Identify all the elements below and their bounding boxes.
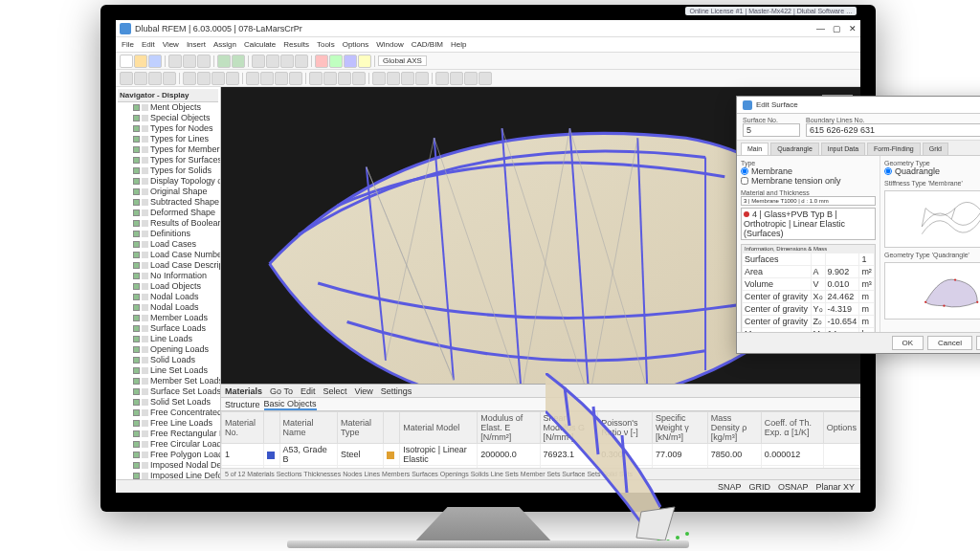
tb2-icon[interactable] — [464, 72, 478, 85]
tb-pan-icon[interactable] — [280, 55, 294, 68]
thickness-select[interactable]: 3 | Membrane T1000 | d : 1.0 mm — [741, 196, 876, 206]
tree-item[interactable]: Load Case Numbers — [118, 250, 218, 260]
menu-options[interactable]: Options — [343, 40, 369, 49]
tree-item[interactable]: Free Concentrated Loads — [118, 408, 218, 418]
tb-undo-icon[interactable] — [217, 55, 231, 68]
tree-item[interactable]: Load Objects — [118, 281, 218, 292]
tree-item[interactable]: Line Loads — [118, 334, 218, 344]
material-select[interactable]: 4 | Glass+PVB Typ B | Orthotropic | Line… — [741, 208, 876, 240]
tb-new-icon[interactable] — [120, 55, 133, 68]
tree-item[interactable]: Member Loads — [118, 313, 218, 323]
tree-item[interactable]: Line Set Loads — [118, 365, 218, 376]
materials-table[interactable]: Material No.Material NameMaterial TypeMa… — [221, 411, 860, 468]
tree-item[interactable]: Original Shape — [118, 187, 218, 197]
tb-rotate-icon[interactable] — [295, 55, 308, 68]
mat-menu-goto[interactable]: Go To — [270, 386, 293, 396]
tree-item[interactable]: Nodal Loads — [118, 302, 218, 313]
menu-window[interactable]: Window — [376, 40, 403, 49]
tb-open-icon[interactable] — [134, 55, 147, 68]
tree-item[interactable]: Load Case Descriptions — [118, 260, 218, 271]
tb-copy-icon[interactable] — [183, 55, 196, 68]
tree-item[interactable]: Imposed Line Deformations — [118, 471, 218, 479]
type-radio-membrane[interactable] — [741, 167, 748, 175]
tb2-icon[interactable] — [120, 72, 133, 85]
mat-tab-basic[interactable]: Basic Objects — [264, 399, 317, 410]
tb-cut-icon[interactable] — [168, 55, 182, 68]
tb2-icon[interactable] — [134, 72, 147, 85]
tb-member-icon[interactable] — [344, 55, 357, 68]
tb-surface-icon[interactable] — [358, 55, 371, 68]
status-grid[interactable]: GRID — [748, 482, 770, 492]
tb-line-icon[interactable] — [329, 55, 343, 68]
tb2-icon[interactable] — [148, 72, 162, 85]
tb-node-icon[interactable] — [315, 55, 328, 68]
tree-item[interactable]: Opening Loads — [118, 344, 218, 355]
menu-tools[interactable]: Tools — [317, 40, 335, 49]
tree-item[interactable]: Surface Set Loads — [118, 386, 218, 397]
tb2-icon[interactable] — [401, 72, 414, 85]
mat-tab-structure[interactable]: Structure — [225, 400, 260, 409]
tb2-icon[interactable] — [289, 72, 302, 85]
tb-zoom-icon[interactable] — [266, 55, 279, 68]
tb2-icon[interactable] — [183, 72, 196, 85]
maximize-button[interactable]: ▢ — [833, 24, 841, 33]
menu-view[interactable]: View — [163, 40, 179, 49]
tb2-icon[interactable] — [275, 72, 288, 85]
tree-item[interactable]: Solid Loads — [118, 355, 218, 365]
tree-item[interactable]: Types for Nodes — [118, 123, 218, 134]
menu-file[interactable]: File — [122, 40, 134, 49]
status-snap[interactable]: SNAP — [718, 482, 742, 492]
close-button[interactable]: ✕ — [849, 24, 857, 33]
tree-item[interactable]: Free Circular Loads — [118, 439, 218, 450]
ok-button[interactable]: OK — [892, 336, 924, 350]
tb2-icon[interactable] — [415, 72, 429, 85]
mat-menu-select[interactable]: Select — [323, 386, 346, 396]
tb2-icon[interactable] — [260, 72, 274, 85]
tree-item[interactable]: Deformed Shape — [118, 208, 218, 218]
tb-paste-icon[interactable] — [197, 55, 211, 68]
tab-grid[interactable]: Grid — [923, 143, 948, 155]
tb2-icon[interactable] — [352, 72, 366, 85]
tb2-icon[interactable] — [372, 72, 386, 85]
menu-edit[interactable]: Edit — [142, 40, 155, 49]
tree-item[interactable]: No Information — [118, 271, 218, 281]
tree-item[interactable]: Types for Lines — [118, 134, 218, 144]
tree-item[interactable]: Definitions — [118, 229, 218, 239]
tb2-icon[interactable] — [435, 72, 449, 85]
tree-item[interactable]: Member Set Loads — [118, 376, 218, 386]
tree-item[interactable]: Free Polygon Loads — [118, 450, 218, 460]
tab-main[interactable]: Main — [741, 143, 768, 155]
tb2-icon[interactable] — [246, 72, 259, 85]
tb2-icon[interactable] — [226, 72, 239, 85]
menu-assign[interactable]: Assign — [213, 40, 236, 49]
tree-item[interactable]: Ment Objects — [118, 102, 218, 113]
tree-item[interactable]: Subtracted Shape — [118, 197, 218, 208]
tb2-icon[interactable] — [309, 72, 323, 85]
apply-button[interactable]: Apply — [976, 336, 980, 350]
tree-item[interactable]: Imposed Nodal Deformations — [118, 460, 218, 471]
tb2-icon[interactable] — [197, 72, 211, 85]
chk-tension-only[interactable] — [741, 177, 748, 185]
menu-insert[interactable]: Insert — [187, 40, 206, 49]
tb-redo-icon[interactable] — [232, 55, 245, 68]
minimize-button[interactable]: — — [816, 24, 825, 33]
tree-item[interactable]: Surface Loads — [118, 323, 218, 334]
cancel-button[interactable]: Cancel — [927, 336, 972, 350]
surface-no-input[interactable]: 5 — [743, 123, 800, 137]
tb2-icon[interactable] — [323, 72, 337, 85]
tb2-icon[interactable] — [387, 72, 400, 85]
tb2-icon[interactable] — [163, 72, 176, 85]
tree-item[interactable]: Types for Surfaces — [118, 155, 218, 165]
tree-item[interactable]: Special Objects — [118, 113, 218, 123]
tb-save-icon[interactable] — [148, 55, 162, 68]
combo-global[interactable]: Global AXS — [378, 55, 427, 66]
tree-item[interactable]: Load Cases — [118, 239, 218, 250]
tab-inputdata[interactable]: Input Data — [821, 143, 865, 155]
tree-item[interactable]: Solid Set Loads — [118, 397, 218, 408]
mat-menu-edit[interactable]: Edit — [301, 386, 316, 396]
mat-menu-view[interactable]: View — [354, 386, 372, 396]
tree-item[interactable]: Free Line Loads — [118, 418, 218, 429]
status-osnap[interactable]: OSNAP — [778, 482, 809, 492]
geomtype-radio[interactable] — [884, 167, 892, 175]
boundary-input[interactable]: 615 626-629 631 — [806, 123, 980, 137]
